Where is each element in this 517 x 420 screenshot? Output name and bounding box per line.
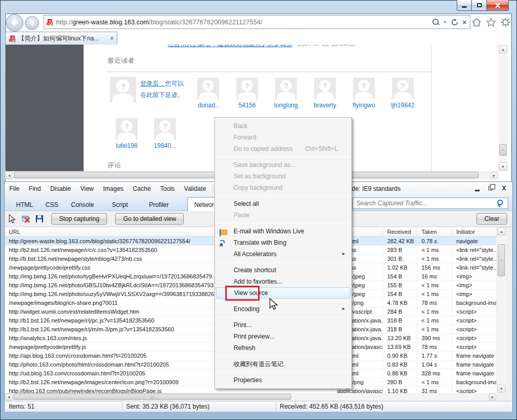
menu-item-save-background-as-[interactable]: Save background as... (216, 159, 350, 171)
table-scroll-up-icon[interactable]: ▲ (497, 228, 506, 235)
column-header-received[interactable]: Received (383, 227, 417, 236)
reader-name[interactable]: 19840... (148, 142, 182, 149)
devtools-unpin-button[interactable] (486, 184, 495, 192)
reader-name[interactable]: lufei198 (110, 142, 143, 149)
stop-icon[interactable]: × (462, 18, 467, 26)
devtools-minimize-button[interactable] (473, 184, 481, 192)
devtools-menu-find[interactable]: Find (24, 185, 45, 192)
reader-name[interactable]: braverty (308, 102, 342, 109)
table-scroll-down-icon[interactable]: ▼ (497, 385, 506, 393)
reader-item[interactable]: ?braverty (308, 78, 342, 109)
reader-item[interactable]: ?lufei198 (110, 118, 143, 149)
menu-item-view-source[interactable]: View source (216, 287, 350, 299)
reader-name[interactable]: flyingwo (347, 102, 380, 109)
table-hscroll-thumb[interactable]: ||| (13, 394, 291, 400)
avatar-body-shape (394, 92, 412, 100)
tab-close-icon[interactable]: × (110, 35, 114, 42)
scroll-right-icon[interactable]: ► (491, 172, 498, 179)
menu-item-forward[interactable]: Forward (216, 132, 350, 143)
table-vertical-scrollbar[interactable]: ▲ ≡ ▼ (497, 227, 506, 393)
dotted-divider (107, 72, 431, 72)
menu-item-e-mail-with-windows-live[interactable]: E-mail with Windows Live (216, 226, 350, 237)
tab-console[interactable]: Console (65, 199, 100, 211)
menu-item-translate-with-bing[interactable]: aTranslate with Bing (216, 237, 350, 248)
select-element-pointer-icon[interactable] (8, 214, 17, 223)
reader-item[interactable]: ?54156 (230, 78, 264, 109)
address-bar[interactable]: 易 http://green-waste.blog.163.com/blog/s… (44, 15, 470, 29)
content-vertical-scrollbar[interactable]: ▲ ≡ ▼ (498, 45, 508, 171)
devtools-menu-validate[interactable]: Validate (180, 185, 211, 192)
login-link[interactable]: 登录后， (140, 80, 165, 87)
url-text[interactable]: http://green-waste.blog.163.com/blog/sta… (56, 19, 432, 26)
search-dropdown-icon[interactable]: ▼ (443, 20, 447, 24)
forward-button[interactable] (25, 16, 39, 30)
minimize-button[interactable] (457, 0, 472, 11)
home-icon[interactable] (471, 17, 482, 27)
table-scroll-right-icon[interactable]: ► (489, 394, 496, 400)
back-button[interactable] (6, 14, 23, 32)
reader-name[interactable]: longlong (269, 102, 303, 109)
scroll-down-icon[interactable]: ▼ (499, 162, 507, 171)
tab-strip: 易 【简介】如何编写linux下na... × (0, 32, 517, 45)
navigation-bar: 易 http://green-waste.blog.163.com/blog/s… (0, 11, 517, 32)
reader-item[interactable]: ?longlong (269, 78, 303, 109)
reader-name[interactable]: 54156 (230, 102, 264, 109)
column-header-taken[interactable]: Taken (417, 227, 452, 236)
devtools-menu-tools[interactable]: Tools (156, 185, 180, 192)
tab-script[interactable]: Script (106, 199, 134, 211)
menu-item-refresh[interactable]: Refresh (216, 342, 350, 354)
menu-item-copy-background[interactable]: Copy background (216, 182, 350, 193)
reader-item[interactable]: ?ljh19842 (386, 78, 419, 109)
table-horizontal-scrollbar[interactable]: ◄ ||| ► (5, 393, 497, 401)
menu-item-print-preview-[interactable]: Print preview... (216, 331, 350, 342)
clear-cache-icon[interactable] (21, 214, 31, 223)
maximize-button[interactable] (472, 0, 487, 11)
tab-html[interactable]: HTML (10, 199, 39, 211)
menu-item-go-to-copied-address[interactable]: Go to copied addressCtrl+Shift+L (216, 143, 350, 155)
devtools-search-icon[interactable] (498, 200, 505, 207)
menu-item-properties[interactable]: Properties (216, 374, 350, 386)
menu-item-back[interactable]: Back (216, 120, 350, 132)
tab-css[interactable]: CSS (39, 199, 65, 211)
close-button[interactable] (487, 0, 509, 11)
menu-item-create-shortcut[interactable]: Create shortcut (216, 264, 350, 276)
menu-item-set-as-background[interactable]: Set as background (216, 171, 350, 182)
devtools-menu-disable[interactable]: Disable (46, 185, 76, 192)
menu-item-paste[interactable]: Paste (216, 209, 350, 221)
menu-item-all-accelerators[interactable]: All Accelerators► (216, 248, 350, 260)
scroll-left-icon[interactable]: ◄ (6, 172, 13, 179)
refresh-icon[interactable] (451, 19, 458, 26)
search-icon[interactable] (432, 19, 439, 25)
column-header-initiator[interactable]: Initiator (452, 227, 497, 236)
devtools-menu-images[interactable]: Images (99, 185, 128, 192)
detailed-view-button[interactable]: Go to detailed view (115, 213, 184, 225)
favorites-star-icon[interactable] (486, 17, 496, 27)
devtools-close-button[interactable]: X (500, 184, 508, 192)
tools-gear-icon[interactable] (500, 17, 511, 27)
menu-separator (215, 223, 351, 223)
scroll-up-icon[interactable]: ▲ (499, 45, 507, 53)
devtools-menu-view[interactable]: View (76, 185, 99, 192)
reader-item[interactable]: ?donad.. (192, 78, 225, 109)
reader-name[interactable]: ljh19842 (386, 102, 419, 109)
table-vscroll-thumb[interactable]: ≡ (498, 244, 505, 276)
stop-capturing-button[interactable]: Stop capturing (51, 213, 107, 225)
vscroll-thumb[interactable]: ≡ (499, 144, 507, 156)
clear-button[interactable]: Clear (477, 213, 507, 225)
menu-item-encoding[interactable]: Encoding► (216, 303, 350, 315)
devtools-menu-file[interactable]: File (5, 185, 24, 192)
menu-item-print-[interactable]: Print... (216, 319, 350, 331)
reader-item[interactable]: ?19840... (148, 118, 182, 149)
menu-item-select-all[interactable]: Select all (216, 198, 350, 209)
devtools-search-box[interactable] (352, 198, 508, 209)
tab-profiler[interactable]: Profiler (143, 199, 175, 211)
reader-name[interactable]: donad.. (192, 102, 225, 109)
search-input[interactable] (356, 200, 498, 207)
browser-tab[interactable]: 易 【简介】如何编写linux下na... × (5, 32, 117, 45)
save-icon[interactable] (35, 214, 44, 223)
devtools-menu-cache[interactable]: Cache (128, 185, 156, 192)
comment-link[interactable]: 结合别人的解答：建议以后说观点之前多调查 (168, 45, 292, 48)
menu-item--[interactable]: 收藏到有道云笔记 (216, 358, 350, 370)
reader-item[interactable]: ?flyingwo (347, 78, 380, 109)
table-scroll-left-icon[interactable]: ◄ (5, 394, 12, 400)
